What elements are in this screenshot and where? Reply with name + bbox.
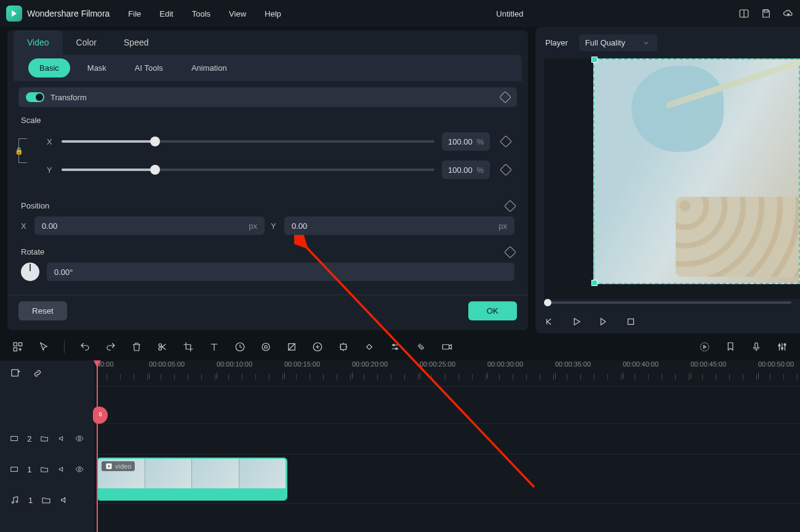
track-link-icon[interactable] (32, 368, 43, 379)
scale-y-axis: Y (47, 165, 54, 175)
play-forward-icon[interactable] (598, 316, 609, 327)
mute-icon[interactable] (58, 434, 66, 443)
tab-color[interactable]: Color (63, 30, 110, 55)
spacer-lane (94, 386, 800, 423)
app-name: Wondershare Filmora (27, 9, 110, 18)
microphone-icon[interactable] (751, 341, 762, 352)
position-x-input[interactable]: 0.00px (34, 216, 265, 235)
effects-icon[interactable] (286, 341, 297, 352)
audio-icon[interactable] (415, 341, 426, 352)
audio-track-1-lane[interactable] (94, 503, 800, 532)
subtab-animation[interactable]: Animation (180, 58, 238, 77)
crop-icon[interactable] (183, 341, 194, 352)
redo-icon[interactable] (105, 341, 116, 352)
keyframe-rotate-icon[interactable] (504, 246, 516, 258)
video-frame[interactable] (593, 58, 800, 284)
folder-icon[interactable] (40, 434, 49, 443)
subtab-mask[interactable]: Mask (76, 58, 118, 77)
scale-x-slider[interactable] (62, 140, 434, 143)
mute-icon[interactable] (60, 495, 70, 505)
svg-point-32 (16, 501, 18, 502)
menu-edit[interactable]: Edit (159, 9, 173, 18)
svg-rect-4 (628, 319, 634, 325)
keyframe-icon[interactable] (364, 341, 375, 352)
video-track-1-lane[interactable]: video (94, 454, 800, 503)
text-icon[interactable] (209, 341, 220, 352)
keyframe-position-icon[interactable] (504, 200, 516, 212)
menu-help[interactable]: Help (265, 9, 281, 18)
cursor-icon[interactable] (38, 341, 49, 352)
marker-icon[interactable] (312, 341, 323, 352)
lock-icon[interactable]: 🔒 (15, 147, 23, 155)
rotate-input[interactable]: 0.00° (47, 263, 514, 281)
scale-x-value[interactable]: 100.00 % (442, 132, 490, 151)
scale-y-value[interactable]: 100.00 % (442, 161, 490, 179)
prev-frame-icon[interactable] (544, 316, 555, 327)
subtab-basic[interactable]: Basic (28, 58, 70, 77)
svg-rect-27 (11, 436, 18, 440)
inspector-panel: Video Color Speed Basic Mask AI Tools An… (7, 30, 528, 330)
rotate-knob[interactable] (21, 263, 39, 281)
tab-video[interactable]: Video (14, 30, 63, 55)
tab-speed[interactable]: Speed (110, 30, 162, 55)
play-icon[interactable] (571, 316, 582, 327)
audio-track-icon (10, 495, 20, 505)
scale-y-slider[interactable] (62, 169, 434, 171)
folder-icon[interactable] (40, 464, 49, 474)
video-track-1-header[interactable]: 1 (0, 454, 94, 485)
split-icon[interactable] (157, 341, 168, 352)
player-viewport[interactable] (544, 58, 800, 299)
preview-render-icon[interactable] (699, 341, 710, 352)
reset-button[interactable]: Reset (18, 301, 67, 320)
resize-handle[interactable] (591, 280, 598, 286)
transform-toggle[interactable] (26, 92, 44, 102)
render-icon[interactable] (441, 341, 452, 352)
player-seekbar[interactable] (535, 299, 800, 308)
svg-rect-16 (367, 344, 372, 349)
track-add-icon[interactable] (10, 368, 21, 379)
eye-icon[interactable] (75, 464, 84, 474)
mute-icon[interactable] (58, 464, 66, 474)
transform-title: Transform (50, 93, 87, 102)
menu-file[interactable]: File (128, 9, 141, 18)
svg-rect-29 (11, 467, 18, 471)
keyframe-scale-y-icon[interactable] (500, 164, 512, 176)
video-track-2-lane[interactable] (94, 423, 800, 454)
position-y-input[interactable]: 0.00px (284, 216, 514, 235)
stop-icon[interactable] (625, 316, 636, 327)
save-icon[interactable] (761, 8, 772, 19)
menu-view[interactable]: View (229, 9, 246, 18)
layout-icon[interactable] (738, 8, 750, 19)
video-clip[interactable]: video (97, 458, 287, 501)
subtab-ai-tools[interactable]: AI Tools (124, 58, 174, 77)
video-track-2-header[interactable]: 2 (0, 423, 94, 454)
snap-icon[interactable] (338, 341, 349, 352)
keyframe-transform-icon[interactable] (499, 91, 511, 103)
tracks-area[interactable]: 00:00 00:00:05:00 00:00:10:00 00:00:15:0… (94, 360, 800, 532)
menu-tools[interactable]: Tools (192, 9, 210, 18)
resize-handle[interactable] (591, 57, 598, 63)
adjust-icon[interactable] (390, 341, 401, 352)
marker-add-icon[interactable] (725, 341, 736, 352)
quality-dropdown[interactable]: Full Quality (579, 34, 657, 51)
folder-icon[interactable] (41, 495, 51, 505)
undo-icon[interactable] (79, 341, 90, 352)
mixer-icon[interactable] (777, 341, 788, 352)
svg-rect-2 (764, 10, 768, 12)
delete-icon[interactable] (131, 341, 142, 352)
color-icon[interactable] (260, 341, 271, 352)
add-media-icon[interactable] (12, 341, 23, 352)
speed-icon[interactable] (234, 341, 246, 352)
keyframe-scale-x-icon[interactable] (500, 135, 512, 148)
timeline-ruler[interactable]: 00:00 00:00:05:00 00:00:10:00 00:00:15:0… (94, 360, 800, 386)
eye-icon[interactable] (75, 434, 84, 443)
audio-track-1-header[interactable]: 1 (0, 485, 94, 515)
video-track-icon (10, 434, 18, 443)
player-title: Player (545, 38, 568, 47)
position-label: Position (21, 201, 49, 210)
svg-rect-6 (19, 343, 22, 346)
svg-rect-20 (442, 344, 449, 349)
ok-button[interactable]: OK (468, 301, 517, 320)
cloud-upload-icon[interactable] (783, 8, 794, 19)
playhead[interactable] (97, 360, 98, 532)
